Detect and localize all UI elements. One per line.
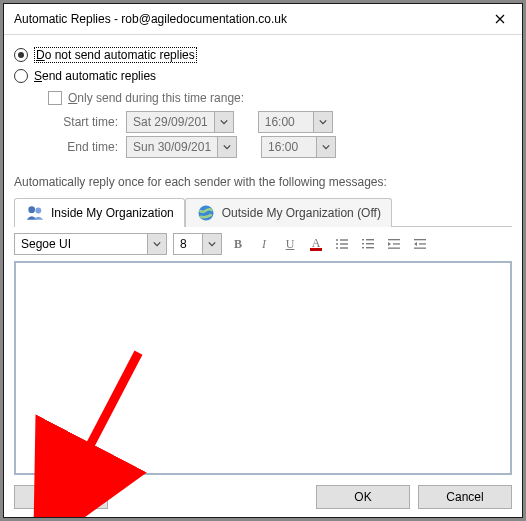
svg-rect-18 <box>414 239 426 240</box>
cancel-button[interactable]: Cancel <box>418 485 512 509</box>
svg-rect-17 <box>388 248 400 249</box>
indent-button[interactable] <box>410 234 430 254</box>
svg-rect-16 <box>393 243 400 244</box>
font-combo[interactable]: Segoe UI <box>14 233 167 255</box>
start-time-label: Start time: <box>48 115 126 129</box>
chevron-down-icon <box>217 137 236 157</box>
outdent-icon <box>387 237 401 251</box>
bold-button[interactable]: B <box>228 234 248 254</box>
svg-point-3 <box>336 239 338 241</box>
radio-icon <box>14 69 28 83</box>
end-time-combo[interactable]: 16:00 <box>261 136 336 158</box>
svg-point-5 <box>336 243 338 245</box>
svg-rect-9 <box>362 239 364 240</box>
globe-icon <box>196 203 216 223</box>
svg-point-1 <box>35 208 41 214</box>
automatic-replies-dialog: Automatic Replies - rob@agiledocumentati… <box>3 3 523 518</box>
dialog-content: Do not send automatic replies Send autom… <box>4 35 522 517</box>
end-date-combo[interactable]: Sun 30/09/201 <box>126 136 237 158</box>
svg-rect-15 <box>388 239 400 240</box>
radio-icon <box>14 48 28 62</box>
start-time-combo[interactable]: 16:00 <box>258 111 333 133</box>
rules-button[interactable]: Rules... <box>14 485 108 509</box>
checkbox-label: Only send during this time range: <box>68 91 244 105</box>
tab-label: Outside My Organization (Off) <box>222 206 381 220</box>
tab-outside-org[interactable]: Outside My Organization (Off) <box>185 198 392 227</box>
ok-button[interactable]: OK <box>316 485 410 509</box>
font-color-button[interactable]: A <box>306 234 326 254</box>
window-title: Automatic Replies - rob@agiledocumentati… <box>14 12 478 26</box>
svg-rect-14 <box>366 247 374 248</box>
indent-icon <box>413 237 427 251</box>
format-toolbar: Segoe UI 8 B I U A <box>14 233 512 255</box>
svg-rect-11 <box>362 243 364 244</box>
info-text: Automatically reply once for each sender… <box>14 175 512 189</box>
numbered-list-button[interactable] <box>358 234 378 254</box>
svg-point-0 <box>28 206 35 213</box>
tab-inside-org[interactable]: Inside My Organization <box>14 198 185 227</box>
end-time-label: End time: <box>48 140 126 154</box>
message-editor[interactable] <box>14 261 512 475</box>
titlebar: Automatic Replies - rob@agiledocumentati… <box>4 4 522 35</box>
svg-rect-13 <box>362 247 364 248</box>
send-radio[interactable]: Send automatic replies <box>14 69 512 83</box>
start-time-row: Start time: Sat 29/09/201 16:00 <box>48 111 512 133</box>
svg-rect-12 <box>366 243 374 244</box>
svg-rect-8 <box>340 247 348 248</box>
svg-rect-10 <box>366 239 374 240</box>
numbered-list-icon <box>361 237 375 251</box>
radio-label: Do not send automatic replies <box>34 47 197 63</box>
people-icon <box>25 203 45 223</box>
outdent-button[interactable] <box>384 234 404 254</box>
chevron-down-icon <box>313 112 332 132</box>
tab-label: Inside My Organization <box>51 206 174 220</box>
svg-rect-4 <box>340 239 348 240</box>
italic-button[interactable]: I <box>254 234 274 254</box>
start-date-combo[interactable]: Sat 29/09/201 <box>126 111 234 133</box>
svg-rect-20 <box>414 248 426 249</box>
svg-point-7 <box>336 247 338 249</box>
bullet-list-button[interactable] <box>332 234 352 254</box>
end-time-row: End time: Sun 30/09/201 16:00 <box>48 136 512 158</box>
close-icon <box>495 14 505 24</box>
chevron-down-icon <box>316 137 335 157</box>
font-size-combo[interactable]: 8 <box>173 233 222 255</box>
underline-button[interactable]: U <box>280 234 300 254</box>
radio-label: Send automatic replies <box>34 69 156 83</box>
only-send-checkbox[interactable]: Only send during this time range: <box>48 91 512 105</box>
bottom-bar: Rules... OK Cancel <box>14 485 512 509</box>
tab-strip: Inside My Organization Outside My Organi… <box>14 197 512 227</box>
chevron-down-icon <box>214 112 233 132</box>
chevron-down-icon <box>147 234 166 254</box>
close-button[interactable] <box>478 4 522 34</box>
checkbox-icon <box>48 91 62 105</box>
time-range-block: Only send during this time range: Start … <box>48 91 512 161</box>
svg-rect-6 <box>340 243 348 244</box>
do-not-send-radio[interactable]: Do not send automatic replies <box>14 47 512 63</box>
svg-rect-19 <box>419 243 426 244</box>
bullet-list-icon <box>335 237 349 251</box>
chevron-down-icon <box>202 234 221 254</box>
